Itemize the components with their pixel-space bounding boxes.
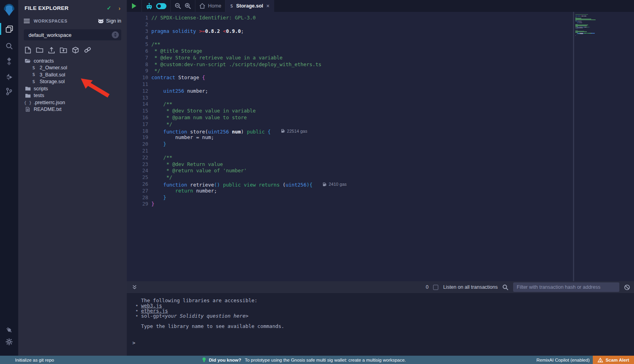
line-number[interactable]: 10	[127, 74, 148, 81]
tree-item-readme-txt[interactable]: README.txt	[18, 106, 127, 113]
line-number[interactable]: 18	[127, 128, 148, 135]
line-number[interactable]: 14	[127, 101, 148, 108]
line-number[interactable]: 15	[127, 108, 148, 114]
code-line[interactable]: /**	[151, 154, 571, 161]
code-line[interactable]: * @dev Store value in variable	[151, 108, 571, 114]
new-folder-icon[interactable]	[36, 47, 43, 53]
code-line[interactable]: */	[151, 68, 571, 74]
tree-item-storage-sol[interactable]: SStorage.sol	[18, 78, 127, 86]
code-line[interactable]: function retrieve() public view returns …	[151, 181, 571, 188]
editor-scrollbar[interactable]	[573, 12, 574, 281]
link-icon[interactable]	[84, 47, 91, 53]
terminal-output[interactable]: The following libraries are accessible: …	[127, 293, 634, 356]
init-git-repo-button[interactable]: Initialize as git repo	[15, 356, 54, 364]
clear-console-icon[interactable]	[624, 284, 630, 290]
code-line[interactable]	[151, 148, 571, 154]
line-number[interactable]: 21	[127, 148, 148, 154]
code-line[interactable]: */	[151, 121, 571, 128]
code-line[interactable]: * @custom:dev-run-script ./scripts/deplo…	[151, 61, 571, 68]
code-line[interactable]	[151, 95, 571, 101]
line-number[interactable]: 17	[127, 121, 148, 128]
workspace-select[interactable]: default_workspace	[24, 29, 121, 40]
transaction-filter-input[interactable]	[513, 282, 619, 292]
code-line[interactable]: * @return value of 'number'	[151, 168, 571, 174]
tree-item-3-ballot-sol[interactable]: S3_Ballot.sol	[18, 71, 127, 78]
deploy-and-run-icon[interactable]	[0, 71, 18, 84]
line-number[interactable]: 6	[127, 48, 148, 55]
line-number[interactable]: 1	[127, 15, 148, 21]
line-number[interactable]: 5	[127, 41, 148, 48]
terminal-prompt[interactable]: >	[132, 340, 136, 345]
expand-terminal-icon[interactable]	[132, 285, 137, 290]
line-number[interactable]: 22	[127, 154, 148, 161]
line-number[interactable]: 28	[127, 194, 148, 201]
scam-alert-button[interactable]: Scam Alert	[593, 356, 634, 364]
line-number-gutter[interactable]: 1234567891011121314151617181920212223242…	[127, 15, 151, 208]
tree-item-tests[interactable]: tests	[18, 92, 127, 99]
file-explorer-icon[interactable]	[0, 22, 18, 36]
git-icon[interactable]	[0, 85, 18, 98]
code-line[interactable]: * @dev Return value	[151, 161, 571, 168]
line-number[interactable]: 20	[127, 141, 148, 148]
code-line[interactable]: * @dev Store & retrieve value in a varia…	[151, 55, 571, 61]
editor-minimap[interactable]	[575, 14, 612, 36]
line-number[interactable]: 11	[127, 81, 148, 88]
code-line[interactable]: * @title Storage	[151, 48, 571, 55]
line-number[interactable]: 19	[127, 134, 148, 141]
code-line[interactable]: uint256 number;	[151, 88, 571, 95]
workspace-caret-icon[interactable]	[112, 31, 119, 38]
line-number[interactable]: 16	[127, 114, 148, 121]
line-number[interactable]: 9	[127, 68, 148, 74]
workspaces-menu-icon[interactable]	[24, 19, 30, 23]
code-line[interactable]	[151, 21, 571, 28]
search-icon[interactable]	[0, 39, 18, 53]
code-line[interactable]: number = num;	[151, 134, 571, 141]
tree-item-contracts[interactable]: contracts	[18, 57, 127, 65]
tab-storage-sol[interactable]: S Storage.sol ×	[225, 0, 274, 12]
line-number[interactable]: 25	[127, 174, 148, 181]
code-line[interactable]: /**	[151, 101, 571, 108]
code-pane[interactable]: // SPDX-License-Identifier: GPL-3.0pragm…	[151, 15, 571, 208]
copilot-status[interactable]: RemixAI Copilot (enabled)	[537, 356, 590, 364]
line-number[interactable]: 13	[127, 95, 148, 101]
code-line[interactable]: return number;	[151, 188, 571, 194]
plugin-manager-icon[interactable]	[0, 323, 18, 337]
code-line[interactable]: /**	[151, 41, 571, 48]
code-line[interactable]: // SPDX-License-Identifier: GPL-3.0	[151, 15, 571, 21]
box-icon[interactable]	[72, 47, 79, 53]
code-line[interactable]: pragma solidity >=0.8.2 <0.9.0;	[151, 28, 571, 35]
zoom-out-icon[interactable]	[175, 3, 181, 9]
close-tab-icon[interactable]: ×	[266, 3, 269, 9]
code-line[interactable]: */	[151, 174, 571, 181]
run-script-button[interactable]	[127, 0, 142, 12]
solidity-compiler-icon[interactable]	[0, 55, 18, 68]
code-line[interactable]: }	[151, 201, 571, 208]
new-file-icon[interactable]	[25, 47, 31, 53]
code-editor[interactable]: 1234567891011121314151617181920212223242…	[127, 12, 634, 281]
line-number[interactable]: 23	[127, 161, 148, 168]
ai-copilot-robot-icon[interactable]	[146, 3, 153, 10]
tree-item-scripts[interactable]: scripts	[18, 85, 127, 92]
code-line[interactable]	[151, 81, 571, 88]
line-number[interactable]: 8	[127, 61, 148, 68]
tree-item--prettierrc-json[interactable]: { }.prettierrc.json	[18, 99, 127, 106]
tab-home[interactable]: Home	[195, 0, 225, 12]
terminal-search-icon[interactable]	[502, 284, 508, 290]
line-number[interactable]: 7	[127, 55, 148, 61]
sign-in-button[interactable]: Sign in	[98, 18, 121, 24]
code-line[interactable]: }	[151, 141, 571, 148]
panel-expand-chevron-icon[interactable]: ›	[118, 5, 120, 11]
tree-item-2-owner-sol[interactable]: S2_Owner.sol	[18, 65, 127, 72]
line-number[interactable]: 2	[127, 21, 148, 28]
line-number[interactable]: 4	[127, 34, 148, 41]
settings-gear-icon[interactable]	[0, 335, 18, 349]
upload-folder-icon[interactable]	[60, 47, 67, 53]
code-line[interactable]	[151, 34, 571, 41]
zoom-in-icon[interactable]	[185, 3, 191, 9]
code-line[interactable]: function store(uint256 num) public {2251…	[151, 128, 571, 135]
remix-logo-icon[interactable]	[3, 3, 15, 17]
code-line[interactable]: * @param num value to store	[151, 114, 571, 121]
line-number[interactable]: 27	[127, 188, 148, 194]
upload-file-icon[interactable]	[48, 47, 55, 53]
line-number[interactable]: 12	[127, 88, 148, 95]
